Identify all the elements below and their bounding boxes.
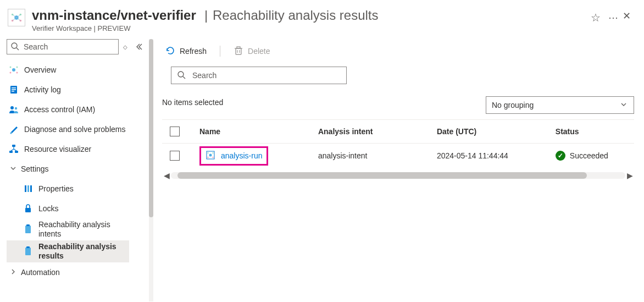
sidebar-item-label: Properties xyxy=(38,183,126,195)
svg-rect-36 xyxy=(236,48,241,54)
sidebar-item-label: Overview xyxy=(24,65,56,74)
sidebar-search-input[interactable] xyxy=(23,42,115,52)
content-search[interactable] xyxy=(171,67,347,84)
svg-rect-18 xyxy=(12,89,16,90)
delete-label: Delete xyxy=(248,47,270,56)
svg-point-12 xyxy=(10,67,12,68)
sidebar-item-activity-log[interactable]: Activity log xyxy=(7,80,129,100)
diagnose-icon xyxy=(9,124,19,134)
svg-rect-40 xyxy=(237,47,240,48)
select-all-checkbox[interactable] xyxy=(170,127,180,136)
sidebar-item-label: Reachability analysis results xyxy=(38,240,126,262)
svg-point-41 xyxy=(178,72,184,77)
sidebar-item-overview[interactable]: Overview xyxy=(7,60,129,80)
sidebar-item-label: Locks xyxy=(38,202,126,215)
svg-line-27 xyxy=(14,149,16,151)
locks-icon xyxy=(23,204,33,213)
selection-status: No items selected xyxy=(162,98,223,107)
svg-point-20 xyxy=(10,106,14,109)
sidebar-item-iam[interactable]: Access control (IAM) xyxy=(7,100,129,119)
cell-intent: analysis-intent xyxy=(314,151,432,160)
header-actions: ☆ ⋯ xyxy=(591,11,619,24)
svg-rect-34 xyxy=(25,248,31,255)
sidebar-item-label: Reachability analysis intents xyxy=(38,218,126,240)
expand-toggle[interactable]: ◇ xyxy=(123,44,127,50)
svg-rect-22 xyxy=(12,145,15,147)
table-header: Name Analysis intent Date (UTC) Status xyxy=(162,119,634,144)
svg-point-15 xyxy=(16,72,18,74)
sidebar-search[interactable] xyxy=(7,39,119,54)
content-search-input[interactable] xyxy=(191,70,341,80)
search-icon xyxy=(177,70,186,81)
page-header: vnm-instance/vnet-verifier | Reachabilit… xyxy=(0,0,644,39)
main-content: Refresh Delete No items selected No grou… xyxy=(153,39,644,301)
sidebar-item-label: Access control (IAM) xyxy=(24,105,95,114)
refresh-button[interactable]: Refresh xyxy=(162,43,210,59)
sidebar-scrollbar[interactable] xyxy=(149,39,153,301)
sidebar-section-automation[interactable]: Automation xyxy=(7,262,129,282)
page-title: vnm-instance/vnet-verifier | Reachabilit… xyxy=(32,8,582,23)
svg-rect-28 xyxy=(25,185,26,192)
analysis-run-link[interactable]: analysis-run xyxy=(221,151,262,160)
scroll-thumb[interactable] xyxy=(177,172,587,179)
more-icon[interactable]: ⋯ xyxy=(608,15,619,20)
results-icon xyxy=(23,246,33,256)
sidebar-nav: Overview Activity log Access control (IA… xyxy=(7,60,129,282)
delete-button: Delete xyxy=(230,43,273,59)
overview-icon xyxy=(9,65,19,75)
iam-icon xyxy=(9,105,19,114)
properties-icon xyxy=(23,184,33,194)
svg-point-46 xyxy=(212,152,213,153)
horizontal-scrollbar[interactable]: ◀ ▶ xyxy=(162,171,634,180)
scroll-track[interactable] xyxy=(171,172,625,179)
status-label: Succeeded xyxy=(570,151,608,160)
sidebar-item-properties[interactable]: Properties xyxy=(7,179,129,199)
intents-icon xyxy=(23,224,33,234)
svg-rect-19 xyxy=(12,91,14,92)
col-status[interactable]: Status xyxy=(551,127,634,136)
sidebar-section-settings[interactable]: Settings xyxy=(7,159,129,179)
sidebar-item-diagnose[interactable]: Diagnose and solve problems xyxy=(7,119,129,139)
sidebar-item-reachability-intents[interactable]: Reachability analysis intents xyxy=(7,218,129,240)
table-row[interactable]: analysis-run analysis-intent 2024-05-14 … xyxy=(162,144,634,168)
sidebar-scroll-thumb[interactable] xyxy=(149,39,153,217)
grouping-dropdown[interactable]: No grouping xyxy=(486,96,634,114)
refresh-label: Refresh xyxy=(180,47,207,56)
section-label: Automation xyxy=(21,268,60,277)
sidebar-item-locks[interactable]: Locks xyxy=(7,199,129,218)
section-label: Settings xyxy=(21,164,49,173)
refresh-icon xyxy=(165,46,175,57)
highlighted-result-link[interactable]: analysis-run xyxy=(199,146,268,166)
scroll-right-icon[interactable]: ▶ xyxy=(625,171,634,180)
cell-status: ✓ Succeeded xyxy=(551,151,634,161)
page-name: Reachability analysis results xyxy=(213,8,378,23)
col-intent[interactable]: Analysis intent xyxy=(314,127,432,136)
svg-rect-17 xyxy=(12,87,16,89)
svg-line-26 xyxy=(11,149,14,151)
svg-rect-33 xyxy=(26,224,30,226)
chevron-right-icon xyxy=(9,267,18,278)
row-checkbox[interactable] xyxy=(170,151,180,161)
svg-rect-23 xyxy=(9,151,13,153)
delete-icon xyxy=(234,46,243,57)
sidebar-item-label: Activity log xyxy=(24,85,61,94)
svg-point-44 xyxy=(209,153,212,156)
sidebar-collapse-button[interactable] xyxy=(129,39,149,301)
resource-path: vnm-instance/vnet-verifier xyxy=(32,8,196,23)
svg-point-45 xyxy=(207,152,208,153)
svg-rect-31 xyxy=(25,208,31,212)
sidebar-item-reachability-results[interactable]: Reachability analysis results xyxy=(7,240,129,262)
favorite-icon[interactable]: ☆ xyxy=(591,11,601,24)
svg-rect-30 xyxy=(30,185,32,192)
col-name[interactable]: Name xyxy=(195,127,314,136)
sidebar-item-resource-visualizer[interactable]: Resource visualizer xyxy=(7,139,129,159)
svg-point-21 xyxy=(15,107,17,109)
close-icon[interactable]: ✕ xyxy=(619,9,634,23)
svg-rect-29 xyxy=(27,185,29,192)
svg-point-11 xyxy=(12,68,15,72)
col-date[interactable]: Date (UTC) xyxy=(432,127,551,136)
header-text: vnm-instance/vnet-verifier | Reachabilit… xyxy=(32,8,582,32)
scroll-left-icon[interactable]: ◀ xyxy=(162,171,171,180)
analysis-run-icon xyxy=(206,150,215,162)
sidebar-item-label: Resource visualizer xyxy=(24,145,91,153)
